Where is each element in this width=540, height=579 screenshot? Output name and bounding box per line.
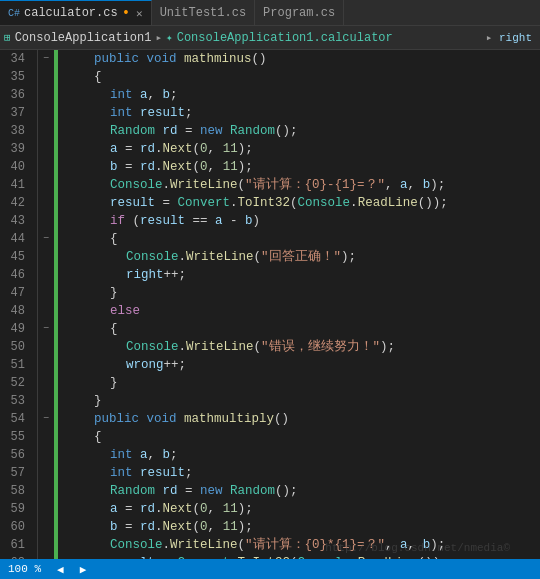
token-plain: { <box>110 230 118 248</box>
token-var: a <box>400 176 408 194</box>
line-number: 57 <box>0 464 31 482</box>
code-line: Console.WriteLine("请计算：{0}*{1}=？", a, b)… <box>62 536 540 554</box>
line-number: 40 <box>0 158 31 176</box>
code-line: b = rd.Next(0, 11); <box>62 158 540 176</box>
token-plain: ); <box>238 500 253 518</box>
scroll-left-icon[interactable]: ◀ <box>57 563 64 576</box>
token-plain: . <box>155 500 163 518</box>
line-number: 38 <box>0 122 31 140</box>
code-line: Console.WriteLine("错误，继续努力！"); <box>62 338 540 356</box>
collapse-icon[interactable]: − <box>38 320 54 338</box>
token-var: rd <box>140 140 155 158</box>
tab-calculator-cs[interactable]: C# calculator.cs • ✕ <box>0 0 152 25</box>
token-plain: . <box>350 554 358 559</box>
collapse-icon[interactable]: − <box>38 50 54 68</box>
scroll-right-icon[interactable]: ▶ <box>80 563 87 576</box>
token-plain: ; <box>185 464 193 482</box>
token-plain: , <box>408 176 423 194</box>
token-plain: . <box>179 338 187 356</box>
code-line: { <box>62 230 540 248</box>
token-method: WriteLine <box>186 338 254 356</box>
token-plain: = <box>118 500 141 518</box>
token-kw2: else <box>110 302 140 320</box>
token-plain: ( <box>290 554 298 559</box>
no-collapse <box>38 302 54 320</box>
code-line: result = Convert.ToInt32(Console.ReadLin… <box>62 194 540 212</box>
no-collapse <box>38 122 54 140</box>
code-line: Random rd = new Random(); <box>62 482 540 500</box>
token-plain: ( <box>193 518 201 536</box>
token-plain: ; <box>170 86 178 104</box>
tab-unittest1-cs[interactable]: UnitTest1.cs <box>152 0 255 25</box>
token-plain: = <box>178 122 201 140</box>
token-method: Next <box>163 158 193 176</box>
token-var: b <box>110 158 118 176</box>
zoom-label: 100 % <box>8 563 41 575</box>
line-number: 46 <box>0 266 31 284</box>
no-collapse <box>38 554 54 559</box>
token-plain: , <box>208 140 223 158</box>
code-lines: public void mathminus(){int a, b;int res… <box>58 50 540 559</box>
line-number: 50 <box>0 338 31 356</box>
token-plain: ; <box>185 104 193 122</box>
token-var: wrong <box>126 356 164 374</box>
scroll-right-btn[interactable]: ▶ <box>80 563 87 576</box>
token-method: mathmultiply <box>184 410 274 428</box>
token-plain: ++; <box>164 266 187 284</box>
code-line: b = rd.Next(0, 11); <box>62 518 540 536</box>
token-plain: ; <box>170 446 178 464</box>
token-kw: new <box>200 122 230 140</box>
no-collapse <box>38 266 54 284</box>
code-line: a = rd.Next(0, 11); <box>62 500 540 518</box>
token-plain: - <box>223 212 246 230</box>
code-line: else <box>62 302 540 320</box>
token-str: "请计算：{0}*{1}=？" <box>245 536 385 554</box>
token-kw: void <box>147 410 185 428</box>
tab-program-cs[interactable]: Program.cs <box>255 0 344 25</box>
no-collapse <box>38 284 54 302</box>
code-line: right++; <box>62 266 540 284</box>
token-plain: { <box>94 428 102 446</box>
token-var: a <box>400 536 408 554</box>
token-plain: , <box>208 518 223 536</box>
token-plain: ( <box>238 536 246 554</box>
tab-bar: C# calculator.cs • ✕ UnitTest1.cs Progra… <box>0 0 540 26</box>
class-name: ConsoleApplication1.calculator <box>177 31 393 45</box>
scroll-left-btn[interactable]: ◀ <box>57 563 64 576</box>
token-var: b <box>110 518 118 536</box>
token-plain: (); <box>275 482 298 500</box>
separator: ▸ <box>155 31 162 44</box>
token-method: ReadLine <box>358 194 418 212</box>
no-collapse <box>38 356 54 374</box>
tab-label-calculator: calculator.cs <box>24 6 118 20</box>
token-plain: . <box>155 140 163 158</box>
token-var: right <box>126 266 164 284</box>
collapse-icon[interactable]: − <box>38 410 54 428</box>
token-num: 11 <box>223 500 238 518</box>
line-number: 52 <box>0 374 31 392</box>
collapse-icon[interactable]: − <box>38 230 54 248</box>
no-collapse <box>38 500 54 518</box>
line-number-gutter: 3435363738394041424344454647484950515253… <box>0 50 38 559</box>
line-number: 48 <box>0 302 31 320</box>
no-collapse <box>38 374 54 392</box>
token-type: Console <box>110 176 163 194</box>
location-bar: ⊞ ConsoleApplication1 ▸ ✦ ConsoleApplica… <box>0 26 540 50</box>
token-kw: new <box>200 482 230 500</box>
token-plain: ( <box>193 140 201 158</box>
line-number: 45 <box>0 248 31 266</box>
token-plain: ( <box>290 194 298 212</box>
token-plain: () <box>274 410 289 428</box>
token-var: b <box>163 446 171 464</box>
token-plain: = <box>118 158 141 176</box>
token-plain: ()); <box>418 554 448 559</box>
line-number: 44 <box>0 230 31 248</box>
line-number: 39 <box>0 140 31 158</box>
token-plain: = <box>155 554 178 559</box>
close-icon[interactable]: ✕ <box>136 7 143 20</box>
token-var: a <box>140 446 148 464</box>
line-number: 53 <box>0 392 31 410</box>
code-line: int a, b; <box>62 446 540 464</box>
line-number: 37 <box>0 104 31 122</box>
token-type: Console <box>298 194 351 212</box>
